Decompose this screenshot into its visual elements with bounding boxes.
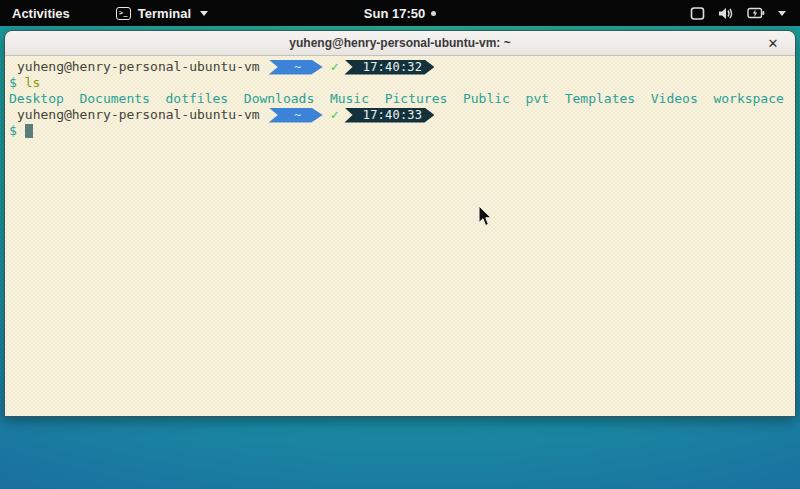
close-button[interactable]: ✕ (761, 31, 785, 56)
prompt-symbol: $ (9, 75, 25, 91)
app-menu-label: Terminal (138, 6, 191, 21)
terminal-screen[interactable]: yuheng@henry-personal-ubuntu-vm ~ ✓ 17:4… (5, 56, 795, 416)
mouse-pointer-icon (478, 206, 492, 227)
chevron-down-icon (778, 11, 786, 16)
command-line: $ ls (9, 75, 791, 91)
top-bar: Activities >_ Terminal Sun 17:50 (0, 0, 800, 26)
text-cursor (25, 124, 33, 138)
status-check-icon: ✓ (331, 59, 339, 75)
typed-command: ls (25, 75, 41, 91)
window-titlebar[interactable]: yuheng@henry-personal-ubuntu-vm: ~ ✕ (5, 31, 795, 56)
chevron-down-icon (200, 11, 208, 16)
prompt-line: yuheng@henry-personal-ubuntu-vm ~ ✓ 17:4… (9, 59, 791, 75)
prompt-path-segment: ~ (269, 60, 323, 75)
volume-icon (718, 7, 734, 20)
input-line[interactable]: $ (9, 123, 791, 139)
activities-button[interactable]: Activities (0, 0, 82, 26)
status-check-icon: ✓ (331, 107, 339, 123)
prompt-line: yuheng@henry-personal-ubuntu-vm ~ ✓ 17:4… (9, 107, 791, 123)
app-menu-terminal[interactable]: >_ Terminal (110, 0, 214, 26)
notification-dot (431, 11, 436, 16)
ls-output-line: Desktop Documents dotfiles Downloads Mus… (9, 91, 791, 107)
prompt-path-segment: ~ (269, 108, 323, 123)
prompt-time-segment: 17:40:32 (344, 60, 434, 75)
terminal-icon: >_ (116, 7, 131, 20)
directory-list: Desktop Documents dotfiles Downloads Mus… (9, 91, 784, 107)
window-title: yuheng@henry-personal-ubuntu-vm: ~ (289, 36, 510, 50)
battery-charging-icon (747, 7, 765, 19)
display-icon (690, 7, 705, 20)
prompt-user: yuheng@henry-personal-ubuntu-vm (17, 107, 260, 123)
prompt-user: yuheng@henry-personal-ubuntu-vm (17, 59, 260, 75)
system-status-menu[interactable] (682, 0, 794, 26)
prompt-time-segment: 17:40:33 (344, 108, 434, 123)
terminal-window: yuheng@henry-personal-ubuntu-vm: ~ ✕ yuh… (4, 30, 796, 417)
prompt-symbol: $ (9, 123, 25, 139)
clock[interactable]: Sun 17:50 (364, 6, 425, 21)
